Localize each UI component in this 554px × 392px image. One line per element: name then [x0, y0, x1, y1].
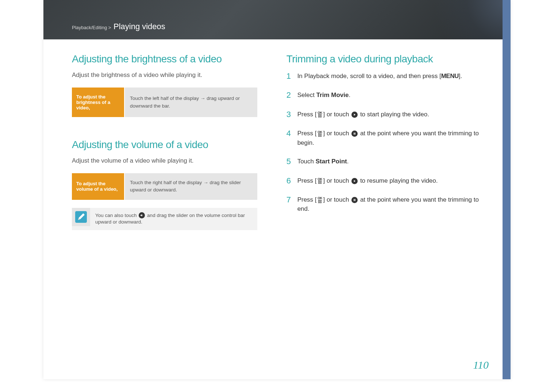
step-text: Press [OK] or touch at the point where y… — [297, 195, 482, 214]
header-decoration — [408, 0, 511, 39]
step-4: 4 Press [OK] or touch at the point where… — [286, 129, 482, 147]
section-intro-volume: Adjust the volume of a video while playi… — [72, 157, 257, 164]
menu-icon: MENU — [441, 73, 459, 79]
instruction-value: Touch the left half of the display → dra… — [125, 88, 257, 117]
step-text: Press [OK] or touch to start playing the… — [297, 110, 482, 119]
pencil-icon — [75, 211, 87, 223]
step-text: In Playback mode, scroll to a video, and… — [297, 71, 482, 81]
step-3: 3 Press [OK] or touch to start playing t… — [286, 110, 482, 119]
note-text: You can also touch and drag the slider o… — [90, 208, 257, 230]
instruction-text-pre: Touch the right half of the display — [130, 180, 203, 185]
instruction-label: To adjust the brightness of a video, — [72, 88, 125, 117]
step-7: 7 Press [OK] or touch at the point where… — [286, 195, 482, 214]
note-box: You can also touch and drag the slider o… — [72, 208, 257, 230]
step-number: 2 — [286, 90, 297, 100]
svg-rect-2 — [355, 133, 355, 135]
instruction-label: To adjust the volume of a video, — [72, 173, 125, 200]
step-text: Touch Start Point. — [297, 157, 482, 166]
section-title-brightness: Adjusting the brightness of a video — [72, 53, 257, 65]
breadcrumb-separator: > — [108, 25, 111, 30]
breadcrumb-category: Playback/Editing — [72, 25, 107, 30]
step-text: Select Trim Movie. — [297, 90, 482, 100]
ok-button-icon: OK — [317, 130, 323, 137]
pause-icon — [351, 197, 358, 203]
step-number: 3 — [286, 110, 297, 119]
note-icon — [72, 208, 90, 226]
step-5: 5 Touch Start Point. — [286, 157, 482, 166]
steps-list: 1 In Playback mode, scroll to a video, a… — [286, 71, 482, 214]
step-number: 7 — [286, 195, 297, 205]
step-1: 1 In Playback mode, scroll to a video, a… — [286, 71, 482, 81]
step-6: 6 Press [OK] or touch to resume playing … — [286, 176, 482, 186]
section-intro-brightness: Adjust the brightness of a video while p… — [72, 71, 257, 79]
step-text: Press [OK] or touch at the point where y… — [297, 129, 482, 147]
section-title-volume: Adjusting the volume of a video — [72, 139, 257, 151]
step-text: Press [OK] or touch to resume playing th… — [297, 176, 482, 186]
section-title-trimming: Trimming a video during playback — [286, 53, 482, 65]
page-edge-tab — [503, 0, 511, 379]
page-header: Playback/Editing > Playing videos — [43, 0, 511, 39]
content-area: Adjusting the brightness of a video Adju… — [43, 39, 511, 230]
svg-rect-3 — [354, 199, 354, 201]
step-number: 5 — [286, 157, 297, 166]
svg-rect-1 — [354, 133, 354, 135]
step-2: 2 Select Trim Movie. — [286, 90, 482, 100]
ok-button-icon: OK — [317, 177, 323, 185]
instruction-row-volume: To adjust the volume of a video, Touch t… — [72, 173, 257, 200]
page-number: 110 — [473, 359, 489, 371]
ok-button-icon: OK — [317, 111, 323, 118]
play-icon — [351, 112, 358, 118]
pause-icon — [351, 131, 358, 137]
step-number: 1 — [286, 71, 297, 81]
instruction-row-brightness: To adjust the brightness of a video, Tou… — [72, 88, 257, 117]
arrow-icon: → — [203, 180, 208, 185]
svg-rect-4 — [355, 199, 355, 201]
instruction-value: Touch the right half of the display → dr… — [125, 173, 257, 200]
step-number: 4 — [286, 129, 297, 138]
play-icon — [351, 178, 358, 184]
ok-button-icon: OK — [317, 196, 323, 203]
right-column: Trimming a video during playback 1 In Pl… — [286, 53, 482, 230]
step-number: 6 — [286, 176, 297, 186]
speaker-icon — [139, 212, 145, 218]
page: Playback/Editing > Playing videos Adjust… — [43, 0, 511, 379]
arrow-icon: → — [200, 96, 205, 101]
breadcrumb-section: Playing videos — [114, 22, 165, 31]
note-text-pre: You can also touch — [95, 213, 138, 218]
instruction-text-pre: Touch the left half of the display — [130, 96, 200, 101]
left-column: Adjusting the brightness of a video Adju… — [72, 53, 257, 230]
breadcrumb: Playback/Editing > Playing videos — [72, 22, 165, 31]
